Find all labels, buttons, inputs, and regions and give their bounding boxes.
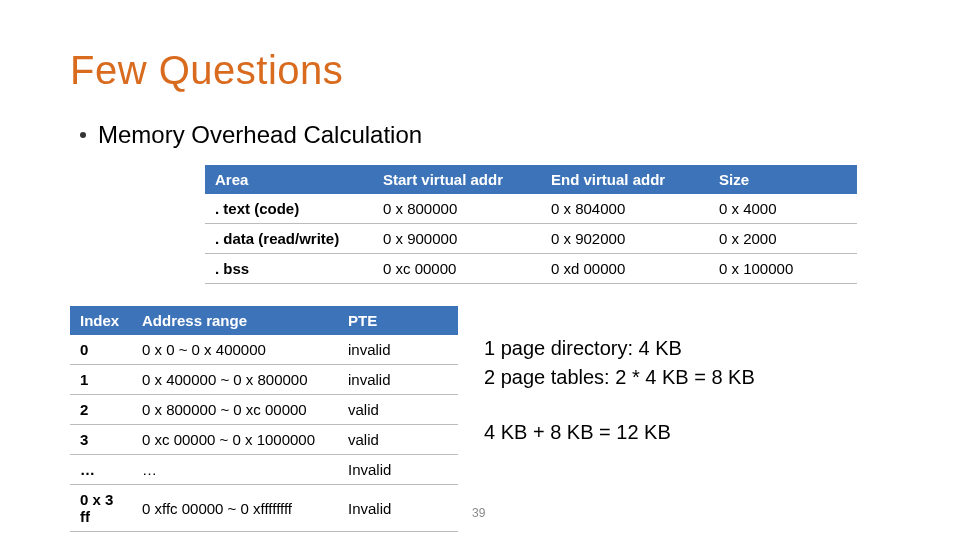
col-index: Index [70, 306, 132, 335]
slide: Few Questions Memory Overhead Calculatio… [0, 0, 960, 540]
page-title: Few Questions [70, 48, 900, 93]
cell: 0 x 902000 [541, 224, 709, 254]
table-header-row: Area Start virtual addr End virtual addr… [205, 165, 857, 194]
table-row: 0 0 x 0 ~ 0 x 400000 invalid [70, 335, 458, 365]
table-row: 0 x 3 ff 0 xffc 00000 ~ 0 xffffffff Inva… [70, 485, 458, 532]
cell: . text (code) [205, 194, 373, 224]
col-pte: PTE [338, 306, 458, 335]
table-row: 1 0 x 400000 ~ 0 x 800000 invalid [70, 365, 458, 395]
cell: 0 xc 00000 ~ 0 x 1000000 [132, 425, 338, 455]
cell: 0 x 4000 [709, 194, 857, 224]
cell: . bss [205, 254, 373, 284]
cell: 0 x 400000 ~ 0 x 800000 [132, 365, 338, 395]
bullet-dot-icon [80, 132, 86, 138]
cell: 0 x 900000 [373, 224, 541, 254]
cell: 0 xc 00000 [373, 254, 541, 284]
cell: 0 x 100000 [709, 254, 857, 284]
table-row: 2 0 x 800000 ~ 0 xc 00000 valid [70, 395, 458, 425]
cell: 0 xffc 00000 ~ 0 xffffffff [132, 485, 338, 532]
cell: 0 x 2000 [709, 224, 857, 254]
cell: invalid [338, 365, 458, 395]
annot-line: 1 page directory: 4 KB [484, 334, 755, 363]
col-range: Address range [132, 306, 338, 335]
cell: 0 x 3 ff [70, 485, 132, 532]
bullet-item: Memory Overhead Calculation [80, 121, 900, 149]
col-size: Size [709, 165, 857, 194]
cell: Invalid [338, 485, 458, 532]
cell: . data (read/write) [205, 224, 373, 254]
col-area: Area [205, 165, 373, 194]
cell: 2 [70, 395, 132, 425]
bullet-text: Memory Overhead Calculation [98, 121, 422, 149]
annot-line: 4 KB + 8 KB = 12 KB [484, 418, 755, 447]
cell: … [70, 455, 132, 485]
cell: Invalid [338, 455, 458, 485]
table-header-row: Index Address range PTE [70, 306, 458, 335]
cell: 0 x 800000 ~ 0 xc 00000 [132, 395, 338, 425]
table-row: 3 0 xc 00000 ~ 0 x 1000000 valid [70, 425, 458, 455]
annot-line: 2 page tables: 2 * 4 KB = 8 KB [484, 363, 755, 392]
table-row: … … Invalid [70, 455, 458, 485]
cell: 3 [70, 425, 132, 455]
cell: 0 x 804000 [541, 194, 709, 224]
col-start: Start virtual addr [373, 165, 541, 194]
pte-table: Index Address range PTE 0 0 x 0 ~ 0 x 40… [70, 306, 458, 532]
areas-table-wrap: Area Start virtual addr End virtual addr… [205, 165, 900, 284]
cell: valid [338, 425, 458, 455]
table-row: . data (read/write) 0 x 900000 0 x 90200… [205, 224, 857, 254]
cell: valid [338, 395, 458, 425]
cell: 0 x 0 ~ 0 x 400000 [132, 335, 338, 365]
calculation-annotation: 1 page directory: 4 KB 2 page tables: 2 … [484, 306, 755, 447]
cell: … [132, 455, 338, 485]
pte-table-wrap: Index Address range PTE 0 0 x 0 ~ 0 x 40… [70, 306, 458, 532]
page-number: 39 [472, 506, 485, 520]
cell: invalid [338, 335, 458, 365]
cell: 0 [70, 335, 132, 365]
cell: 0 xd 00000 [541, 254, 709, 284]
col-end: End virtual addr [541, 165, 709, 194]
table-row: . bss 0 xc 00000 0 xd 00000 0 x 100000 [205, 254, 857, 284]
lower-row: Index Address range PTE 0 0 x 0 ~ 0 x 40… [70, 306, 900, 532]
areas-table: Area Start virtual addr End virtual addr… [205, 165, 857, 284]
cell: 1 [70, 365, 132, 395]
cell: 0 x 800000 [373, 194, 541, 224]
table-row: . text (code) 0 x 800000 0 x 804000 0 x … [205, 194, 857, 224]
